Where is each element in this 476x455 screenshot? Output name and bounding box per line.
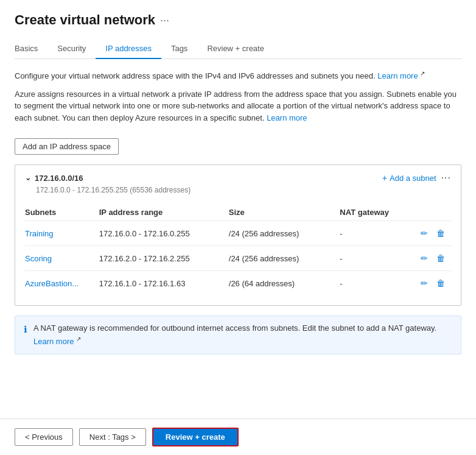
subnet-name-training[interactable]: Training xyxy=(25,229,53,238)
subnet-name-azurebastion[interactable]: AzureBastion... xyxy=(25,279,79,288)
subnet-nat-training: - xyxy=(340,221,414,246)
edit-training-button[interactable]: ✏ xyxy=(419,227,429,239)
learn-more-link-1[interactable]: Learn more xyxy=(377,71,418,80)
row-actions-scoring: ✏ 🗑 xyxy=(414,252,446,264)
subnet-ip-training: 172.16.0.0 - 172.16.0.255 xyxy=(99,221,229,246)
info-line-1: Configure your virtual network address s… xyxy=(15,69,461,82)
info-circle-icon: ℹ xyxy=(24,323,27,337)
ip-space-more-icon[interactable]: ··· xyxy=(441,172,451,183)
ip-space-cidr: 172.16.0.0/16 xyxy=(35,174,83,183)
subnet-name-scoring[interactable]: Scoring xyxy=(25,254,52,263)
add-subnet-label: Add a subnet xyxy=(390,174,436,183)
learn-more-link-2[interactable]: Learn more xyxy=(267,113,307,122)
plus-icon: + xyxy=(382,173,387,183)
page-title: Create virtual network xyxy=(15,12,155,28)
ip-space-actions: + Add a subnet ··· xyxy=(382,172,451,183)
ip-space-header: ⌄ 172.16.0.0/16 + Add a subnet ··· xyxy=(25,172,451,183)
review-create-button[interactable]: Review + create xyxy=(152,428,239,446)
subnet-ip-azurebastion: 172.16.1.0 - 172.16.1.63 xyxy=(99,271,229,296)
subnet-size-scoring: /24 (256 addresses) xyxy=(229,246,340,271)
nat-notice: ℹ A NAT gateway is recommended for outbo… xyxy=(15,316,461,354)
chevron-down-icon: ⌄ xyxy=(25,174,31,182)
tab-security[interactable]: Security xyxy=(47,39,96,59)
delete-azurebastion-button[interactable]: 🗑 xyxy=(435,277,446,289)
col-header-actions xyxy=(414,204,451,221)
tab-tags[interactable]: Tags xyxy=(161,39,197,59)
subnet-nat-scoring: - xyxy=(340,246,414,271)
info-line-2: Azure assigns resources in a virtual net… xyxy=(15,88,461,124)
table-row: AzureBastion... 172.16.1.0 - 172.16.1.63… xyxy=(25,271,451,296)
previous-button[interactable]: < Previous xyxy=(15,428,73,446)
col-header-subnets: Subnets xyxy=(25,204,99,221)
subnet-size-training: /24 (256 addresses) xyxy=(229,221,340,246)
ip-space-container: ⌄ 172.16.0.0/16 + Add a subnet ··· 172.1… xyxy=(15,164,461,306)
nat-notice-text: A NAT gateway is recommended for outboun… xyxy=(33,322,452,347)
footer-bar: < Previous Next : Tags > Review + create xyxy=(0,418,476,455)
subnet-ip-scoring: 172.16.2.0 - 172.16.2.255 xyxy=(99,246,229,271)
delete-scoring-button[interactable]: 🗑 xyxy=(435,252,446,264)
add-subnet-button[interactable]: + Add a subnet xyxy=(382,173,436,183)
tab-ip-addresses[interactable]: IP addresses xyxy=(96,39,161,59)
tab-bar: Basics Security IP addresses Tags Review… xyxy=(15,39,461,59)
next-button[interactable]: Next : Tags > xyxy=(79,428,146,446)
table-row: Scoring 172.16.2.0 - 172.16.2.255 /24 (2… xyxy=(25,246,451,271)
row-actions-training: ✏ 🗑 xyxy=(414,227,446,239)
col-header-nat: NAT gateway xyxy=(340,204,414,221)
table-row: Training 172.16.0.0 - 172.16.0.255 /24 (… xyxy=(25,221,451,246)
delete-training-button[interactable]: 🗑 xyxy=(435,227,446,239)
add-ip-space-button[interactable]: Add an IP address space xyxy=(15,138,119,155)
edit-scoring-button[interactable]: ✏ xyxy=(419,252,429,264)
subnet-nat-azurebastion: - xyxy=(340,271,414,296)
external-icon-1: ↗ xyxy=(420,70,425,77)
title-options-icon[interactable]: ··· xyxy=(160,14,169,27)
col-header-ip: IP address range xyxy=(99,204,229,221)
subnet-table: Subnets IP address range Size NAT gatewa… xyxy=(25,204,451,295)
row-actions-azurebastion: ✏ 🗑 xyxy=(414,277,446,289)
ip-range-label: 172.16.0.0 - 172.16.255.255 (65536 addre… xyxy=(36,186,451,194)
edit-azurebastion-button[interactable]: ✏ xyxy=(419,277,429,289)
col-header-size: Size xyxy=(229,204,340,221)
tab-review-create[interactable]: Review + create xyxy=(197,39,274,59)
tab-basics[interactable]: Basics xyxy=(15,39,47,59)
nat-learn-more-link[interactable]: Learn more xyxy=(33,337,74,346)
nat-external-icon: ↗ xyxy=(76,336,81,342)
subnet-size-azurebastion: /26 (64 addresses) xyxy=(229,271,340,296)
